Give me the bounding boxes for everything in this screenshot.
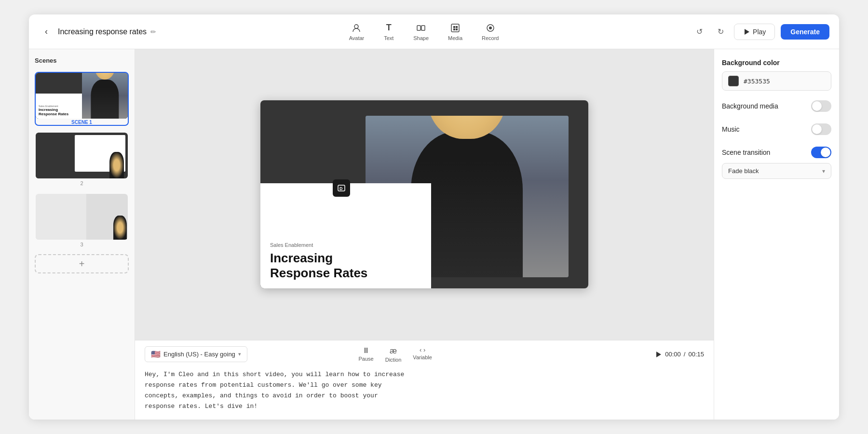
scene-2-number: 2 [36,180,128,186]
redo-button[interactable]: ↻ [713,24,728,40]
time-current: 00:00 [665,351,681,358]
add-scene-button[interactable]: + [35,254,129,273]
play-time-icon[interactable] [654,351,662,358]
scene-3-avatar [113,216,127,240]
svg-point-0 [354,25,358,28]
svg-point-9 [489,27,492,29]
svg-rect-1 [417,26,420,30]
top-bar: ‹ Increasing response rates ✏ Avatar T T… [29,14,839,49]
toolbar-media[interactable]: Media [448,23,462,41]
scene-thumb-1[interactable]: Sales Enablement IncreasingResponse Rate… [35,72,129,126]
play-icon [743,28,750,35]
music-knob [812,124,822,134]
canvas-area: Sales Enablement IncreasingResponse Rate… [135,49,714,340]
scene-transition-section: Scene transition Fade black ▾ [722,147,831,179]
generate-button[interactable]: Generate [781,24,829,40]
text-icon: T [383,23,394,33]
diction-icon: æ [390,346,397,356]
diction-tool[interactable]: æ Diction [385,346,402,363]
right-panel: Background color #353535 Background medi… [714,49,839,420]
toolbar-shape[interactable]: Shape [413,23,429,41]
scene-1-label: SCENE 1 [36,120,128,125]
scenes-label: Scenes [35,57,129,64]
scene-1-text-area: Sales Enablement IncreasingResponse Rate… [36,94,83,119]
d-icon: D [337,184,346,192]
scene-1-avatar-area [82,73,128,119]
scene-transition-knob [821,148,830,157]
script-text[interactable]: Hey, I'm Cleo and in this short video, y… [145,367,704,414]
color-picker-row[interactable]: #353535 [722,71,831,91]
variable-icon: ‹ › [420,346,425,353]
scene-1-title: IncreasingResponse Rates [39,108,81,117]
pause-tool[interactable]: ⏸ Pause [359,346,374,363]
svg-marker-13 [656,352,661,357]
music-label: Music [722,125,740,133]
scene-2-preview [36,133,128,178]
edit-icon[interactable]: ✏ [150,28,156,36]
scene-1-preview: Sales Enablement IncreasingResponse Rate… [36,73,128,119]
toolbar-record[interactable]: Record [482,23,499,41]
top-right: ↺ ↻ Play Generate [692,24,829,40]
variable-tool[interactable]: ‹ › Variable [413,346,432,363]
pause-icon: ⏸ [362,346,370,355]
background-media-row: Background media [722,100,831,112]
language-label: English (US) - Easy going [163,351,235,358]
undo-button[interactable]: ↺ [692,24,707,40]
background-color-section: Background color #353535 [722,59,831,91]
svg-rect-7 [456,28,458,30]
toolbar-avatar[interactable]: Avatar [349,23,365,41]
music-toggle[interactable] [811,123,831,135]
svg-rect-2 [421,26,425,30]
background-media-knob [812,101,822,111]
shape-label: Shape [413,35,429,41]
svg-text:D: D [339,186,343,191]
scene-1-avatar [91,80,119,119]
canvas-text-area: Sales Enablement IncreasingResponse Rate… [260,183,431,288]
lang-arrow: ▾ [238,351,241,357]
script-time: 00:00 / 00:15 [654,351,704,358]
back-button[interactable]: ‹ [39,24,54,40]
canvas-sub-text: Sales Enablement [270,242,421,248]
canvas-frame[interactable]: Sales Enablement IncreasingResponse Rate… [260,100,588,288]
svg-marker-10 [745,29,749,35]
toolbar-center: Avatar T Text Shape [349,23,499,41]
scenes-panel: Scenes Sales Enablement IncreasingRespon… [29,49,135,420]
scene-transition-toggle[interactable] [811,147,831,158]
record-label: Record [482,35,499,41]
background-color-title: Background color [722,59,831,67]
time-separator: / [684,351,686,358]
svg-rect-4 [453,26,455,28]
variable-label: Variable [413,354,432,360]
transition-type-dropdown[interactable]: Fade black ▾ [722,163,831,179]
scene-3-number: 3 [36,242,128,247]
avatar-label: Avatar [349,35,365,41]
play-label: Play [753,28,766,36]
script-controls: 🇺🇸 English (US) - Easy going ▾ ⏸ Pause æ… [145,346,704,363]
canvas-main-text: IncreasingResponse Rates [270,251,421,281]
svg-rect-6 [453,28,455,30]
svg-rect-5 [456,26,458,28]
background-media-toggle[interactable] [811,100,831,112]
project-title: Increasing response rates [58,27,147,36]
toolbar-text[interactable]: T Text [383,23,394,41]
scene-transition-row: Scene transition [722,147,831,158]
play-button[interactable]: Play [734,24,775,40]
scene-thumb-3[interactable]: 3 [35,193,129,248]
language-selector[interactable]: 🇺🇸 English (US) - Easy going ▾ [145,346,247,362]
scene-3-preview [36,194,128,240]
script-area: 🇺🇸 English (US) - Easy going ▾ ⏸ Pause æ… [135,340,714,420]
text-label: Text [384,35,393,41]
color-swatch [728,76,739,86]
music-section: Music [722,123,831,137]
color-value: #353535 [744,78,770,85]
scene-transition-label: Scene transition [722,149,770,156]
media-label: Media [448,35,462,41]
avatar-body-mini [91,80,119,119]
scene-2-avatar [109,152,124,178]
flag-icon: 🇺🇸 [151,350,161,359]
transition-arrow: ▾ [822,168,825,175]
time-total: 00:15 [688,351,704,358]
scene-d-button[interactable]: D [333,179,350,197]
scene-thumb-2[interactable]: 2 [35,132,129,187]
music-row: Music [722,123,831,135]
